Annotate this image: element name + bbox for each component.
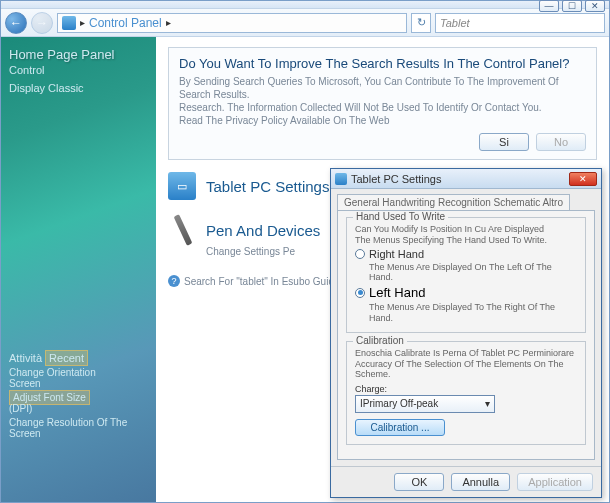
sidebar-activity-label: Attività Recent: [9, 352, 148, 364]
back-arrow-icon: ←: [10, 16, 22, 30]
dialog-title: Tablet PC Settings: [351, 173, 442, 185]
no-button[interactable]: No: [536, 133, 586, 151]
pen-devices-link[interactable]: Pen And Devices: [206, 222, 320, 239]
radio-icon: [355, 249, 365, 259]
dialog-footer: OK Annulla Application: [331, 466, 601, 497]
forward-arrow-icon: →: [36, 16, 48, 30]
minimize-button[interactable]: —: [539, 0, 559, 12]
radio-right-hand[interactable]: Right Hand: [355, 248, 577, 260]
sidebar: Home Page Panel Control Display Classic …: [1, 37, 156, 502]
hand-legend: Hand Used To Write: [353, 211, 448, 222]
dialog-titlebar[interactable]: Tablet PC Settings ✕: [331, 169, 601, 189]
sidebar-link-resolution[interactable]: Change Resolution Of TheScreen: [9, 417, 148, 439]
forward-button[interactable]: →: [31, 12, 53, 34]
search-input[interactable]: Tablet: [435, 13, 605, 33]
address-bar[interactable]: ▸ Control Panel ▸: [57, 13, 407, 33]
close-button[interactable]: ✕: [585, 0, 605, 12]
radio-right-desc: The Menus Are Displayed On The Left Of T…: [369, 262, 577, 284]
radio-icon: [355, 288, 365, 298]
cancel-button[interactable]: Annulla: [451, 473, 510, 491]
dialog-tabs: General Handwriting Recognition Schemati…: [331, 189, 601, 210]
hand-desc: Can You Modify Is Position In Cu Are Dis…: [355, 224, 577, 246]
calibrate-button[interactable]: Calibration ...: [355, 419, 445, 436]
refresh-button[interactable]: ↻: [411, 13, 431, 33]
hand-fieldset: Hand Used To Write Can You Modify Is Pos…: [346, 217, 586, 333]
breadcrumb-sep-icon: ▸: [80, 17, 85, 28]
pen-icon: [174, 214, 193, 246]
info-banner: Do You Want To Improve The Search Result…: [168, 47, 597, 160]
title-bar: — ☐ ✕: [1, 1, 609, 9]
display-dropdown[interactable]: IPrimary Off-peak ▾: [355, 395, 495, 413]
refresh-icon: ↻: [417, 16, 426, 29]
sidebar-subtitle: Control: [9, 64, 148, 76]
maximize-button[interactable]: ☐: [562, 0, 582, 12]
help-icon: ?: [168, 275, 180, 287]
dialog-close-button[interactable]: ✕: [569, 172, 597, 186]
apply-button[interactable]: Application: [517, 473, 593, 491]
nav-bar: ← → ▸ Control Panel ▸ ↻ Tablet: [1, 9, 609, 37]
ok-button[interactable]: OK: [394, 473, 444, 491]
info-title: Do You Want To Improve The Search Result…: [179, 56, 586, 71]
control-panel-icon: [62, 16, 76, 30]
back-button[interactable]: ←: [5, 12, 27, 34]
dialog-icon: [335, 173, 347, 185]
info-text: By Sending Search Queries To Microsoft, …: [179, 75, 586, 127]
sidebar-classic-link[interactable]: Display Classic: [9, 82, 148, 94]
chevron-down-icon: ▾: [485, 398, 490, 409]
tablet-settings-link[interactable]: Tablet PC Settings: [206, 178, 329, 195]
radio-left-desc: The Menus Are Displayed To The Right Of …: [369, 302, 577, 324]
tablet-settings-dialog: Tablet PC Settings ✕ General Handwriting…: [330, 168, 602, 498]
tab-general[interactable]: General Handwriting Recognition Schemati…: [337, 194, 570, 211]
charge-label: Charge:: [355, 384, 577, 395]
calibration-legend: Calibration: [353, 335, 407, 346]
sidebar-title: Home Page Panel: [9, 47, 148, 62]
sidebar-link-orientation[interactable]: Change OrientationScreen: [9, 367, 148, 389]
sidebar-link-fontsize[interactable]: Adjust Font Size(DPI): [9, 392, 148, 414]
tablet-settings-icon: ▭: [168, 172, 196, 200]
radio-left-hand[interactable]: Left Hand: [355, 285, 577, 300]
breadcrumb-sep-icon: ▸: [166, 17, 171, 28]
calibration-desc: Enoschia Calibrate Is Perna Of Tablet PC…: [355, 348, 577, 380]
yes-button[interactable]: Si: [479, 133, 529, 151]
breadcrumb[interactable]: Control Panel: [89, 16, 162, 30]
calibration-fieldset: Calibration Enoschia Calibrate Is Perna …: [346, 341, 586, 445]
